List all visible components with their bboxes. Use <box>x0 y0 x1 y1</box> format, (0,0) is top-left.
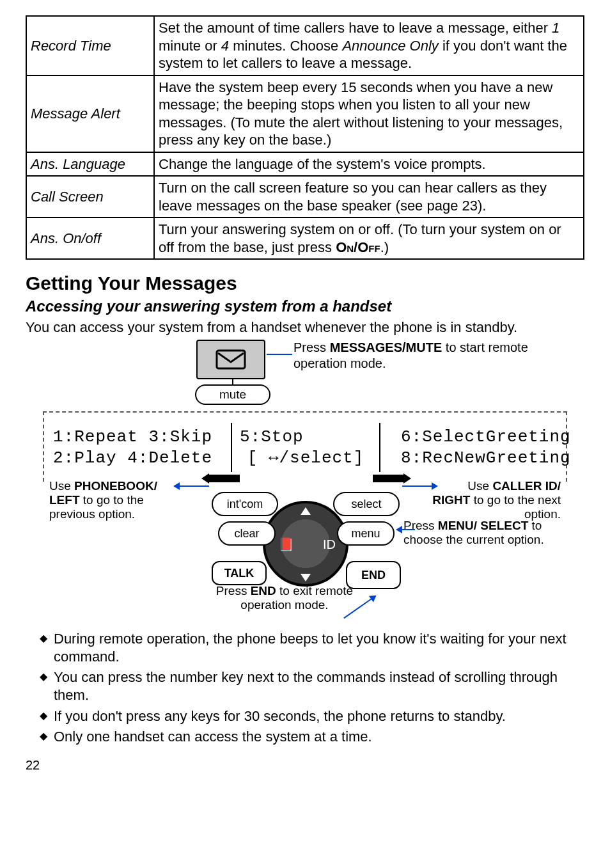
list-item: If you don't press any keys for 30 secon… <box>40 707 584 725</box>
svg-rect-0 <box>217 351 245 368</box>
setting-name: Message Alert <box>26 75 154 152</box>
notes-list: During remote operation, the phone beeps… <box>26 630 584 746</box>
table-row: Message Alert Have the system beep every… <box>26 75 584 152</box>
setting-name: Ans. On/off <box>26 217 154 259</box>
pointer-line <box>267 354 292 355</box>
lcd-center-screen: 5:Stop [ ↔/select] <box>231 423 380 472</box>
setting-desc: Have the system beep every 15 seconds wh… <box>154 75 584 152</box>
page-number: 22 <box>26 757 584 773</box>
lcd-left-screen: 1:Repeat 3:Skip 2:Play 4:Delete <box>53 427 213 468</box>
envelope-icon <box>215 349 246 370</box>
handset-diagram: mute Press MESSAGES/MUTE to start remote… <box>43 340 567 621</box>
dpad-cluster: 📕 ID int'com select clear menu TALK END <box>207 479 405 594</box>
up-arrow-icon <box>301 507 311 515</box>
table-row: Ans. Language Change the language of the… <box>26 152 584 177</box>
list-item: You can press the number key next to the… <box>40 668 584 704</box>
talk-button: TALK <box>212 561 267 585</box>
intro-text: You can access your system from a handse… <box>26 319 584 336</box>
end-hint: Press END to exit remote operation mode. <box>201 584 368 612</box>
section-heading: Getting Your Messages <box>26 271 584 296</box>
phonebook-icon: 📕 <box>278 537 294 553</box>
setting-desc: Change the language of the system's voic… <box>154 152 584 177</box>
setting-desc: Set the amount of time callers have to l… <box>154 16 584 75</box>
list-item: During remote operation, the phone beeps… <box>40 630 584 666</box>
setting-name: Call Screen <box>26 176 154 217</box>
messages-instruction: Press MESSAGES/MUTE to start remote oper… <box>293 340 549 372</box>
dashed-divider <box>43 411 567 413</box>
phonebook-hint: Use PHONEBOOK/ LEFT to go to the previou… <box>49 479 184 521</box>
table-row: Ans. On/off Turn your answering system o… <box>26 217 584 259</box>
mute-button: mute <box>195 384 270 405</box>
subsection-heading: Accessing your answering system from a h… <box>26 297 584 316</box>
arrow-to-menu-icon <box>397 529 415 530</box>
dashed-divider <box>43 411 44 482</box>
setting-name: Record Time <box>26 16 154 75</box>
settings-table: Record Time Set the amount of time calle… <box>26 15 584 260</box>
end-button: END <box>346 561 401 589</box>
table-row: Record Time Set the amount of time calle… <box>26 16 584 75</box>
arrow-left-icon <box>175 485 209 487</box>
callerid-hint: Use CALLER ID/ RIGHT to go to the next o… <box>426 479 561 521</box>
arrow-right-icon <box>402 485 437 487</box>
setting-desc: Turn your answering system on or off. (T… <box>154 217 584 259</box>
clear-button: clear <box>218 521 276 546</box>
intcom-button: int'com <box>212 492 278 516</box>
menu-select-hint: Press MENU/ SELECT to choose the current… <box>403 519 551 547</box>
setting-name: Ans. Language <box>26 152 154 177</box>
menu-button: menu <box>337 521 395 546</box>
callerid-icon: ID <box>323 537 336 553</box>
select-button: select <box>333 492 400 516</box>
lcd-right-screen: 6:SelectGreeting 8:RecNewGreeting <box>401 427 561 468</box>
table-row: Call Screen Turn on the call screen feat… <box>26 176 584 217</box>
down-arrow-icon <box>301 574 311 581</box>
setting-desc: Turn on the call screen feature so you c… <box>154 176 584 217</box>
messages-mute-button <box>196 340 265 379</box>
dashed-divider <box>566 411 567 482</box>
list-item: Only one handset can access the system a… <box>40 728 584 746</box>
